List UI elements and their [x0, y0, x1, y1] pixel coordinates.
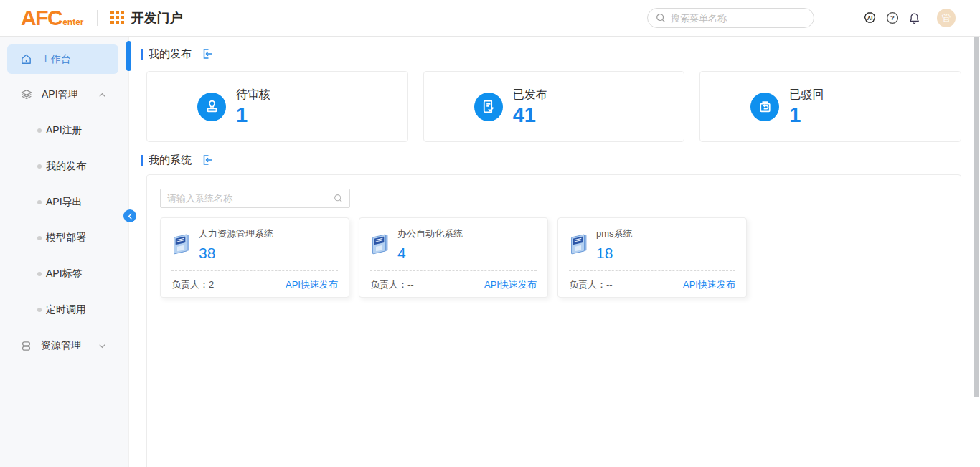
system-owner: 负责人：--: [569, 278, 613, 291]
api-quick-publish-link[interactable]: API快速发布: [683, 278, 735, 291]
stat-card-pending[interactable]: 待审核 1: [146, 71, 408, 142]
stat-card-rejected[interactable]: 已驳回 1: [699, 71, 961, 142]
system-name: pms系统: [596, 227, 633, 240]
doc-check-icon: [474, 93, 503, 121]
sidebar-item-resource-management[interactable]: 资源管理: [0, 328, 128, 364]
apps-grid-icon[interactable]: [110, 11, 125, 25]
system-card-oa[interactable]: 办公自动化系统 4 负责人：-- API快速发布: [359, 217, 548, 298]
ai-assistant-icon[interactable]: AI: [863, 10, 877, 26]
menu-search-input[interactable]: [671, 13, 806, 24]
bullet-icon: [37, 164, 42, 169]
system-count: 38: [199, 245, 273, 262]
api-quick-publish-link[interactable]: API快速发布: [484, 278, 537, 291]
section-marker: [141, 49, 143, 60]
sidebar-item-label: 我的发布: [46, 160, 86, 173]
system-name: 人力资源管理系统: [199, 227, 273, 240]
system-count: 4: [397, 245, 463, 262]
chevron-up-icon: [98, 91, 106, 99]
publish-section-title: 我的发布: [149, 47, 192, 61]
bullet-icon: [37, 308, 42, 312]
sidebar-item-label: API管理: [42, 88, 78, 101]
notification-bell-icon[interactable]: [908, 10, 921, 26]
database-icon: [20, 340, 32, 352]
search-icon: [656, 13, 666, 23]
stat-card-published[interactable]: 已发布 41: [423, 71, 685, 142]
system-search[interactable]: [160, 189, 350, 208]
bullet-icon: [37, 128, 42, 133]
enter-section-icon[interactable]: [202, 48, 213, 60]
app-header: AFC enter 开发门户 AI ?: [0, 0, 980, 37]
sidebar-item-label: 工作台: [41, 53, 71, 66]
brand-suffix: enter: [62, 17, 83, 27]
stat-label: 已驳回: [789, 88, 824, 101]
section-marker: [141, 155, 143, 166]
sidebar-item-api-register[interactable]: API注册: [0, 113, 128, 148]
sidebar-collapse-button[interactable]: [123, 209, 136, 222]
sidebar-item-label: API导出: [46, 196, 83, 209]
system-owner: 负责人：2: [171, 278, 214, 291]
stat-label: 已发布: [513, 88, 547, 101]
layers-icon: [20, 88, 33, 101]
publish-section-header: 我的发布: [141, 47, 980, 60]
menu-search[interactable]: [647, 8, 814, 28]
systems-section-title: 我的系统: [149, 154, 192, 167]
svg-text:?: ?: [890, 14, 895, 22]
bullet-icon: [37, 236, 42, 240]
brand-name: AFC: [21, 6, 62, 30]
sidebar-item-model-deploy[interactable]: 模型部署: [0, 220, 128, 256]
system-card-pms[interactable]: pms系统 18 负责人：-- API快速发布: [557, 217, 747, 298]
sidebar-item-api-management[interactable]: API管理: [0, 77, 128, 113]
sidebar-item-label: 定时调用: [46, 303, 86, 316]
sidebar-item-label: API标签: [46, 268, 83, 280]
sidebar-item-label: 资源管理: [41, 339, 81, 352]
header-divider: [97, 10, 98, 26]
chevron-down-icon: [98, 342, 106, 350]
sidebar: 工作台 API管理 API注册 我的发布 API导出 模型部署 API标签 定时…: [0, 37, 129, 467]
system-owner: 负责人：--: [370, 278, 414, 291]
stat-value: 41: [513, 104, 547, 126]
system-count: 18: [596, 245, 633, 262]
system-disk-icon: [569, 230, 589, 256]
sidebar-item-my-publish[interactable]: 我的发布: [0, 148, 128, 184]
box-return-icon: [750, 93, 779, 121]
bullet-icon: [37, 200, 42, 204]
portal-title: 开发门户: [131, 9, 183, 27]
sidebar-item-workbench[interactable]: 工作台: [7, 44, 118, 74]
bullet-icon: [37, 272, 42, 276]
stats-row: 待审核 1 已发布 41: [146, 71, 961, 142]
sidebar-item-label: 模型部署: [46, 232, 86, 245]
systems-section-header: 我的系统: [141, 154, 980, 166]
systems-panel: 人力资源管理系统 38 负责人：2 API快速发布: [146, 174, 961, 467]
system-name: 办公自动化系统: [397, 227, 463, 240]
svg-text:AI: AI: [867, 15, 873, 22]
stamp-icon: [197, 93, 226, 121]
system-disk-icon: [370, 230, 390, 256]
user-avatar[interactable]: 管: [937, 9, 956, 27]
sidebar-item-label: API注册: [46, 124, 83, 137]
search-icon: [334, 194, 343, 203]
api-quick-publish-link[interactable]: API快速发布: [286, 278, 338, 291]
system-card-hr[interactable]: 人力资源管理系统 38 负责人：2 API快速发布: [160, 217, 349, 298]
help-icon[interactable]: ?: [885, 10, 899, 26]
system-disk-icon: [171, 230, 192, 256]
enter-section-icon[interactable]: [202, 154, 213, 166]
sidebar-item-scheduled-call[interactable]: 定时调用: [0, 292, 128, 328]
stat-value: 1: [789, 104, 824, 126]
home-icon: [20, 53, 32, 65]
sidebar-item-api-tags[interactable]: API标签: [0, 256, 128, 292]
content-scroll-indicator[interactable]: [126, 41, 131, 71]
sidebar-item-api-export[interactable]: API导出: [0, 184, 128, 220]
brand-logo[interactable]: AFC enter: [21, 6, 84, 30]
stat-label: 待审核: [236, 88, 270, 101]
stat-value: 1: [236, 104, 270, 126]
system-search-input[interactable]: [167, 193, 334, 204]
main-content: 我的发布 待审核 1: [129, 37, 980, 467]
systems-row: 人力资源管理系统 38 负责人：2 API快速发布: [160, 217, 948, 298]
page-scrollbar-thumb[interactable]: [974, 37, 979, 397]
